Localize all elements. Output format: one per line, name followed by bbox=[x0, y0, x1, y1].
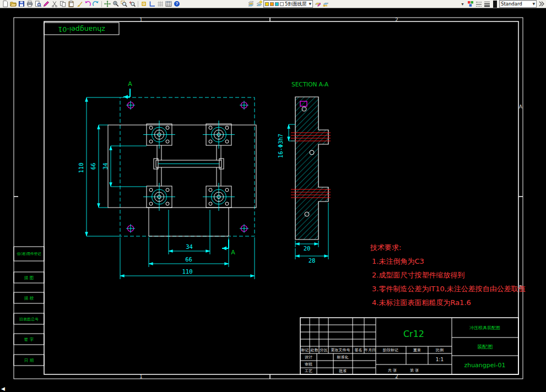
tech-req-item-3: 3.零件制造公差为IT10,未注公差按自由公差取值 bbox=[372, 285, 526, 293]
copy-icon[interactable] bbox=[59, 1, 67, 8]
bearing-block-bottom-left bbox=[143, 183, 175, 211]
label-signature: 签名 bbox=[355, 348, 363, 352]
bearing-block-bottom-right bbox=[203, 183, 235, 211]
label-standardize: 标准化 bbox=[337, 355, 349, 360]
dim-34-vertical: 34 bbox=[102, 163, 109, 170]
model-tab-scroll-icon[interactable]: ◀ bbox=[1, 386, 5, 391]
toolbar-separator bbox=[138, 1, 138, 7]
drawing-number-stamp: zhuangpei-01 bbox=[44, 23, 119, 35]
label-stage: 阶段标记 bbox=[383, 348, 398, 352]
material-value: Cr12 bbox=[403, 329, 424, 339]
label-design: 设计 bbox=[305, 355, 312, 360]
main-toolbar: ? 5剖面线层 ▼ ▼ Standard ▼ bbox=[0, 0, 546, 8]
drawing-name: 冲压模具装配图 bbox=[469, 325, 500, 330]
dim-20: 20 bbox=[304, 245, 311, 252]
help-icon[interactable]: ? bbox=[173, 1, 181, 8]
side-block-old-no: 旧底图总号 bbox=[19, 317, 39, 322]
edit-pencil-icon[interactable] bbox=[42, 1, 50, 8]
zoom-window-icon[interactable] bbox=[120, 1, 128, 8]
ortho-icon[interactable] bbox=[148, 1, 156, 8]
tech-req-item-4: 4.未标注面表面粗糙度为Ra1.6 bbox=[372, 298, 471, 307]
toolbar-options-icon[interactable] bbox=[537, 1, 545, 8]
layer-properties-icon[interactable] bbox=[247, 1, 255, 8]
section-holes-dimension: 16-Φ3h7 bbox=[277, 124, 295, 158]
layer-states-icon[interactable] bbox=[255, 1, 263, 8]
section-letter-top: A bbox=[128, 80, 132, 88]
print-icon[interactable] bbox=[26, 1, 34, 8]
chevron-down-icon: ▼ bbox=[532, 1, 535, 7]
tech-req-title: 技术要求: bbox=[370, 243, 401, 252]
layer-freeze-sun-icon bbox=[270, 2, 274, 6]
label-scale: 比例 bbox=[436, 348, 444, 352]
label-change-doc: 更改文件号 bbox=[331, 347, 350, 352]
section-letter-bottom: A bbox=[231, 249, 235, 256]
linetype-icon[interactable] bbox=[475, 1, 483, 8]
redo-icon[interactable] bbox=[92, 1, 100, 8]
side-block-sign: 签 字 bbox=[24, 337, 34, 342]
zone-label-right-a: A bbox=[519, 104, 522, 110]
color-control-icon[interactable] bbox=[467, 1, 474, 8]
label-mark: 标记 bbox=[301, 348, 309, 352]
dim-holes: 16-Φ3h7 bbox=[277, 134, 284, 158]
save-icon[interactable] bbox=[18, 1, 25, 8]
make-object-layer-current-icon[interactable] bbox=[313, 1, 321, 8]
tech-req-item-2: 2.成型面尺寸按塑件缩放得到 bbox=[372, 271, 464, 279]
undo-icon[interactable] bbox=[84, 1, 91, 8]
new-icon[interactable] bbox=[1, 1, 9, 8]
plan-view: 110 66 34 34 66 110 A A bbox=[78, 80, 256, 279]
toolbar-dark-separator bbox=[493, 1, 497, 8]
dim-66-vertical: 66 bbox=[90, 163, 96, 170]
drawing-canvas[interactable]: 1 2 1 2 A B zhuangpei-01 借(通)用件登记 描 图 描 … bbox=[0, 8, 546, 392]
chevron-down-icon: ▼ bbox=[309, 1, 311, 7]
open-icon[interactable] bbox=[9, 1, 17, 8]
label-zone: 分区 bbox=[320, 348, 328, 352]
title-block: 标记 处数 分区 更改文件号 签名 年月日 设计 标准化 审核 工艺 批准 阶段… bbox=[300, 318, 518, 374]
section-body bbox=[295, 97, 328, 239]
label-sheet-no: 第 张 bbox=[410, 368, 419, 373]
scale-value: 1:1 bbox=[436, 357, 444, 362]
label-sheets: 共 张 bbox=[388, 368, 397, 373]
lineweight-icon[interactable] bbox=[483, 1, 491, 8]
dim-34-horizontal: 34 bbox=[186, 243, 193, 250]
side-block-check: 描 校 bbox=[24, 296, 34, 301]
tech-req-item-1: 1.未注倒角为C3 bbox=[372, 257, 424, 265]
label-process: 工艺 bbox=[305, 369, 312, 373]
print-preview-icon[interactable] bbox=[34, 1, 42, 8]
toolbar-overflow-chevron-icon[interactable]: ▼ bbox=[459, 1, 466, 8]
plan-dimensions-horizontal: 34 66 110 bbox=[120, 210, 255, 279]
layer-dropdown[interactable]: 5剖面线层 ▼ bbox=[263, 0, 313, 8]
layer-lock-icon bbox=[275, 2, 279, 6]
question-glyph: ? bbox=[174, 1, 180, 7]
label-count: 处数 bbox=[311, 348, 319, 352]
style-dropdown-value: Standard bbox=[501, 1, 522, 7]
stamp-text: zhuangpei-01 bbox=[58, 25, 105, 34]
dim-28: 28 bbox=[309, 257, 316, 264]
section-view-title: SECTION A-A bbox=[291, 81, 329, 88]
corner-screw bbox=[126, 101, 248, 233]
section-marker-top: A bbox=[123, 80, 132, 99]
layer-previous-icon[interactable] bbox=[322, 1, 329, 8]
technical-requirements: 技术要求: 1.未注倒角为C3 2.成型面尺寸按塑件缩放得到 3.零件制造公差为… bbox=[370, 243, 526, 307]
toolbar-separator bbox=[101, 1, 102, 7]
grid-icon[interactable] bbox=[156, 1, 164, 8]
layer-on-bulb-icon bbox=[265, 2, 269, 6]
label-weight: 重量 bbox=[413, 348, 421, 352]
zoom-previous-icon[interactable] bbox=[128, 1, 136, 8]
label-approve: 批准 bbox=[339, 369, 347, 373]
drawing-sheet[interactable]: 1 2 1 2 A B zhuangpei-01 借(通)用件登记 描 图 描 … bbox=[0, 8, 546, 392]
properties-table-icon[interactable] bbox=[165, 1, 172, 8]
match-properties-icon[interactable] bbox=[75, 1, 83, 8]
zone-label-bottom-1: 1 bbox=[139, 374, 142, 379]
pan-icon[interactable] bbox=[104, 1, 111, 8]
paste-icon[interactable] bbox=[67, 1, 75, 8]
plan-dimensions-vertical: 110 66 34 bbox=[78, 97, 147, 236]
side-block-trace: 描 图 bbox=[24, 275, 34, 280]
cross-bar-assembly bbox=[154, 145, 224, 186]
osnap-icon[interactable] bbox=[140, 1, 148, 8]
zone-label-top-2: 2 bbox=[395, 17, 398, 23]
zoom-realtime-icon[interactable] bbox=[112, 1, 120, 8]
label-date: 年月日 bbox=[364, 348, 376, 352]
style-dropdown[interactable]: Standard ▼ bbox=[499, 0, 537, 8]
cut-icon[interactable] bbox=[51, 1, 58, 8]
stage-value: 装配图 bbox=[477, 344, 493, 350]
